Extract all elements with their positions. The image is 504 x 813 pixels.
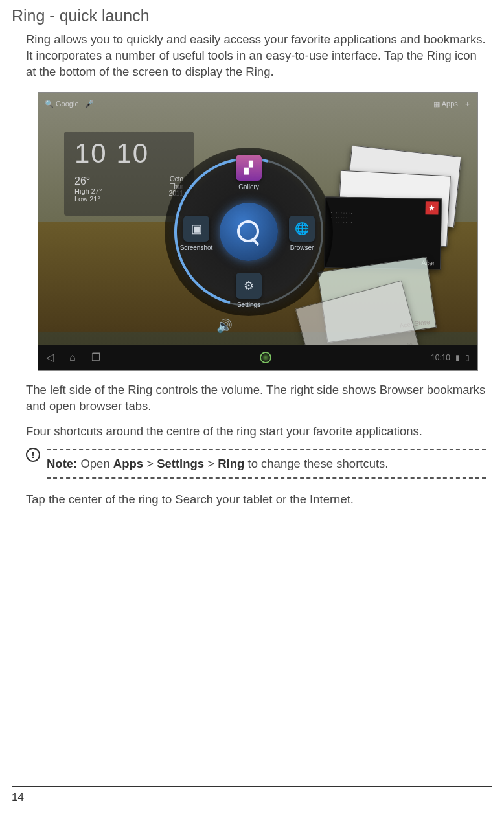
- battery-icon: ▯: [465, 353, 470, 362]
- section-heading: Ring - quick launch: [12, 6, 492, 25]
- note-alert-icon: !: [26, 448, 40, 462]
- ring-shortcut-label: Settings: [225, 301, 273, 308]
- ring-overlay: ▞ Gallery ▣ Screenshot 🌐 Browser ⚙ Setti…: [38, 93, 477, 370]
- ring-shortcut-gallery[interactable]: ▞ Gallery: [225, 155, 273, 190]
- note-block: ! Note: Open Apps > Settings > Ring to c…: [26, 445, 486, 483]
- note-apps: Apps: [113, 457, 143, 470]
- ring-shortcut-label: Browser: [278, 244, 326, 251]
- screenshot-container: 🔍 Google 🎤 ▦ Apps ＋ 10 10 26° High 27° L…: [38, 92, 466, 371]
- ring-launch-button[interactable]: [260, 352, 271, 363]
- note-divider-bottom: [47, 477, 486, 479]
- back-button[interactable]: ◁: [46, 351, 54, 363]
- gallery-icon: ▞: [236, 155, 262, 181]
- page-footer: 14: [12, 786, 492, 804]
- page-number: 14: [12, 791, 24, 803]
- navbar-clock: 10:10: [431, 353, 450, 362]
- search-icon: [235, 218, 263, 246]
- wifi-icon: ▮: [455, 353, 460, 362]
- settings-icon: ⚙: [236, 273, 262, 299]
- ring-center-search[interactable]: [220, 203, 278, 261]
- body-paragraph: Tap the center of the ring to Search you…: [26, 492, 486, 508]
- note-settings: Settings: [157, 457, 204, 470]
- note-divider-top: [47, 449, 486, 450]
- intro-paragraph: Ring allows you to quickly and easily ac…: [26, 32, 486, 80]
- note-label: Note:: [47, 457, 77, 470]
- tablet-screenshot: 🔍 Google 🎤 ▦ Apps ＋ 10 10 26° High 27° L…: [38, 92, 478, 371]
- body-paragraph: The left side of the Ring controls the v…: [26, 382, 486, 415]
- browser-icon: 🌐: [289, 216, 315, 242]
- ring-shortcut-settings[interactable]: ⚙ Settings: [225, 273, 273, 308]
- volume-icon[interactable]: 🔊: [216, 318, 233, 334]
- note-text: Note: Open Apps > Settings > Ring to cha…: [47, 454, 486, 474]
- recent-apps-button[interactable]: ❐: [91, 351, 100, 363]
- screenshot-icon: ▣: [183, 216, 209, 242]
- home-button[interactable]: ⌂: [69, 352, 76, 363]
- system-navbar: ◁ ⌂ ❐ 10:10 ▮ ▯: [38, 345, 477, 370]
- body-paragraph: Four shortcuts around the centre of the …: [26, 424, 486, 440]
- ring-shortcut-label: Gallery: [225, 183, 273, 190]
- ring-shortcut-browser[interactable]: 🌐 Browser: [278, 216, 326, 251]
- note-ring: Ring: [218, 457, 244, 470]
- ring-shortcut-screenshot[interactable]: ▣ Screenshot: [172, 216, 220, 251]
- ring-shortcut-label: Screenshot: [172, 244, 220, 251]
